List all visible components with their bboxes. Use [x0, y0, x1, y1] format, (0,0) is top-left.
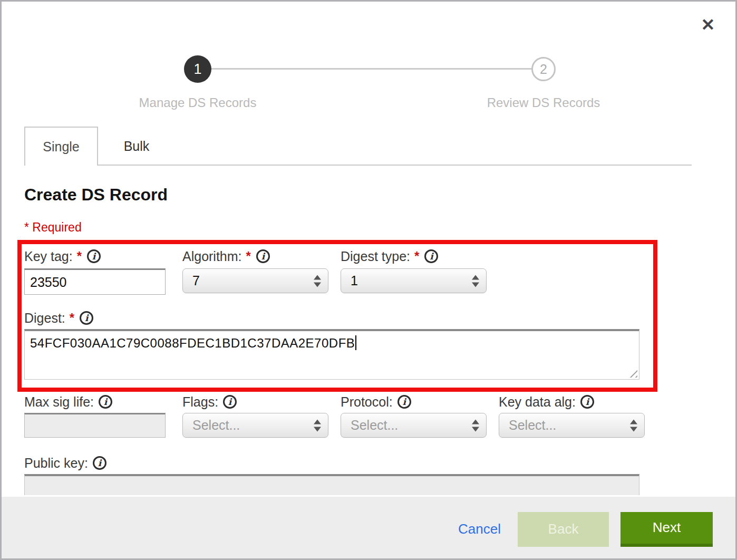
select-arrows-icon: [314, 275, 321, 287]
digest-label-text: Digest:: [24, 311, 65, 326]
stepper-step-2-label: Review DS Records: [451, 95, 636, 110]
info-icon[interactable]: i: [99, 395, 112, 409]
info-icon[interactable]: i: [256, 249, 270, 263]
protocol-label: Protocol: i: [341, 393, 411, 411]
key-tag-label-text: Key tag:: [24, 249, 73, 264]
protocol-select-value: Select...: [351, 418, 398, 433]
stepper-step-1-circle: 1: [184, 55, 211, 83]
required-asterisk: *: [414, 249, 419, 264]
protocol-select[interactable]: Select...: [341, 413, 487, 438]
protocol-label-text: Protocol:: [341, 394, 393, 410]
back-button[interactable]: Back: [518, 512, 609, 547]
digest-type-select[interactable]: 1: [341, 268, 487, 293]
flags-select[interactable]: Select...: [182, 413, 328, 438]
digest-value: 54FCF030AA1C79C0088FDEC1BD1C37DAA2E70DFB: [30, 336, 355, 350]
select-arrows-icon: [472, 419, 479, 431]
key-data-alg-label: Key data alg: i: [499, 393, 594, 411]
required-asterisk: *: [70, 311, 74, 325]
flags-label: Flags: i: [182, 393, 237, 411]
info-icon[interactable]: i: [397, 395, 411, 409]
tab-bar-divider: [98, 165, 692, 166]
algorithm-select-value: 7: [192, 273, 200, 288]
required-asterisk: *: [246, 249, 251, 264]
key-tag-input[interactable]: 23550: [24, 268, 166, 295]
create-ds-record-modal: ✕ 1 2 Manage DS Records Review DS Record…: [0, 0, 737, 560]
digest-type-select-value: 1: [351, 273, 358, 288]
max-sig-life-input[interactable]: [24, 413, 166, 438]
key-data-alg-select[interactable]: Select...: [499, 413, 645, 438]
text-caret: [355, 335, 356, 350]
info-icon[interactable]: i: [93, 456, 106, 470]
required-asterisk: *: [77, 249, 82, 264]
digest-label: Digest: * i: [24, 309, 93, 327]
algorithm-select[interactable]: 7: [182, 268, 328, 293]
modal-footer: Cancel Back Next: [2, 497, 735, 560]
info-icon[interactable]: i: [87, 249, 101, 263]
select-arrows-icon: [314, 419, 321, 431]
stepper-connector: [202, 68, 534, 70]
next-button[interactable]: Next: [620, 512, 713, 547]
algorithm-label: Algorithm: * i: [182, 247, 270, 265]
tab-bulk[interactable]: Bulk: [98, 127, 175, 166]
tab-single[interactable]: Single: [24, 127, 98, 166]
public-key-label: Public key: i: [24, 454, 106, 472]
page-title: Create DS Record: [24, 185, 168, 205]
digest-type-label-text: Digest type:: [341, 249, 410, 264]
resize-handle-icon[interactable]: [628, 369, 637, 378]
flags-select-value: Select...: [192, 418, 240, 433]
algorithm-label-text: Algorithm:: [182, 249, 242, 264]
info-icon[interactable]: i: [223, 395, 237, 409]
info-icon[interactable]: i: [580, 395, 594, 409]
max-sig-life-label-text: Max sig life:: [24, 394, 94, 410]
flags-label-text: Flags:: [182, 394, 218, 410]
cancel-button[interactable]: Cancel: [453, 521, 506, 537]
info-icon[interactable]: i: [80, 311, 93, 325]
select-arrows-icon: [630, 419, 637, 431]
max-sig-life-label: Max sig life: i: [24, 393, 112, 411]
info-icon[interactable]: i: [424, 249, 438, 263]
select-arrows-icon: [472, 275, 479, 287]
key-data-alg-label-text: Key data alg:: [499, 394, 576, 410]
key-data-alg-select-value: Select...: [509, 418, 556, 433]
close-icon[interactable]: ✕: [696, 13, 720, 36]
digest-textarea[interactable]: 54FCF030AA1C79C0088FDEC1BD1C37DAA2E70DFB: [24, 329, 639, 380]
public-key-textarea[interactable]: [24, 474, 639, 495]
key-tag-label: Key tag: * i: [24, 247, 101, 265]
required-note: * Required: [24, 220, 82, 235]
stepper-step-1-label: Manage DS Records: [105, 95, 290, 110]
public-key-label-text: Public key:: [24, 456, 88, 471]
digest-type-label: Digest type: * i: [341, 247, 438, 265]
stepper-step-2-circle: 2: [531, 57, 556, 81]
